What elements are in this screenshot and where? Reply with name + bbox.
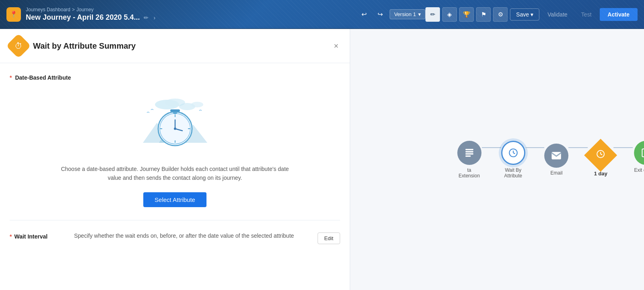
svg-point-18 [174,128,176,130]
bookmark-tool-button[interactable]: ◈ [442,7,457,22]
connector-2 [525,147,545,148]
wait-interval-text: Wait Interval [14,233,47,240]
modal-header-icon: ⏱ [6,33,31,58]
svg-line-29 [601,154,602,155]
date-based-label: Date-Based Attribute [15,74,71,81]
journey-title-text: New Journey - April 26 2020 5.4... [26,13,140,22]
exit-node[interactable]: Exit on day 1 [633,141,644,179]
app-header: 📍 Journeys Dashboard > Journey New Journ… [0,0,644,29]
clock-diamond-icon [596,149,605,161]
trophy-tool-button[interactable]: 🏆 [459,7,474,22]
clock-icon: ⏱ [14,41,23,51]
svg-rect-19 [465,149,473,150]
select-attribute-button[interactable]: Select Attribute [143,192,206,207]
one-day-node[interactable]: 1 day [588,142,613,177]
required-star-1: * [10,74,12,81]
required-star-2: * [10,233,12,240]
modal-close-button[interactable]: × [332,40,340,51]
connector-4 [613,147,633,148]
one-day-diamond-wrapper [588,142,613,168]
version-selector[interactable]: Version 1 ▾ [390,9,425,19]
journey-flow: ta Extension Wait ByAttribute Email [456,141,644,179]
wait-interval-section: * Wait Interval Specify whether the wait… [10,232,340,244]
save-dropdown-icon: ▾ [530,11,533,18]
connector-1 [482,147,501,148]
app-logo-icon: 📍 [6,7,21,22]
email-label: Email [551,170,563,176]
email-node[interactable]: Email [545,144,569,176]
svg-line-25 [513,153,515,154]
wait-by-attribute-panel: ⏱ Wait by Attribute Summary × * Date-Bas… [0,29,350,290]
test-button[interactable]: Test [576,9,597,20]
breadcrumb: Journeys Dashboard > Journey [26,7,156,12]
exit-circle [634,141,644,165]
version-dropdown-icon: ▾ [418,11,421,17]
breadcrumb-area: Journeys Dashboard > Journey New Journey… [26,7,156,22]
undo-button[interactable]: ↩ [357,8,370,21]
breadcrumb-current: Journey [76,7,94,12]
edit-title-button[interactable]: ✏ [143,14,149,22]
modal-title: Wait by Attribute Summary [33,41,326,51]
wait-interval-label: * Wait Interval [10,232,66,240]
date-based-section-label: * Date-Based Attribute [10,74,340,81]
breadcrumb-separator: > [72,7,75,12]
modal-body: * Date-Based Attribute [0,63,350,290]
validate-button[interactable]: Validate [542,9,573,20]
header-left: 📍 Journeys Dashboard > Journey New Journ… [6,7,357,22]
exit-node-label: Exit on day 1 [633,167,644,179]
version-label: Version 1 [394,11,416,17]
wait-interval-description: Specify whether the wait ends on, before… [74,232,310,240]
gear-tool-button[interactable]: ⚙ [493,7,508,22]
data-extension-label: ta Extension [456,167,482,179]
main-content: ⏱ Wait by Attribute Summary × * Date-Bas… [0,29,644,290]
save-button[interactable]: Save ▾ [510,8,539,21]
wait-by-attribute-circle [501,141,525,165]
navigate-forward-button[interactable]: › [153,14,156,22]
illustration-area [10,90,340,155]
header-center-toolbar: ↩ ↪ Version 1 ▾ [357,8,425,21]
svg-point-3 [191,102,203,107]
activate-button[interactable]: Activate [600,8,638,21]
data-extension-circle [457,141,481,165]
svg-rect-22 [465,155,471,156]
save-label: Save [516,11,529,18]
header-right-toolbar: ✏ ◈ 🏆 ⚑ ⚙ Save ▾ Validate Test Activate [425,7,638,22]
one-day-diamond [584,139,617,172]
data-extension-node[interactable]: ta Extension [456,141,482,179]
svg-rect-21 [465,153,473,154]
svg-rect-20 [465,151,473,152]
email-circle [545,144,569,168]
redo-button[interactable]: ↪ [374,8,386,21]
pencil-tool-button[interactable]: ✏ [425,7,440,22]
description-text: Choose a date-based attribute. Journey B… [54,165,296,183]
connector-3 [569,147,588,148]
wait-by-attribute-node[interactable]: Wait ByAttribute [501,141,525,179]
wait-interval-edit-button[interactable]: Edit [318,232,340,244]
wait-by-attribute-label: Wait ByAttribute [504,167,522,179]
svg-rect-11 [170,109,180,112]
canvas-area: ta Extension Wait ByAttribute Email [350,29,644,290]
section-divider [10,220,340,220]
flag-tool-button[interactable]: ⚑ [476,7,491,22]
journey-title-row: New Journey - April 26 2020 5.4... ✏ › [26,13,156,22]
clock-illustration [135,90,215,155]
modal-header: ⏱ Wait by Attribute Summary × [0,29,350,63]
breadcrumb-parent-link[interactable]: Journeys Dashboard [26,7,70,12]
